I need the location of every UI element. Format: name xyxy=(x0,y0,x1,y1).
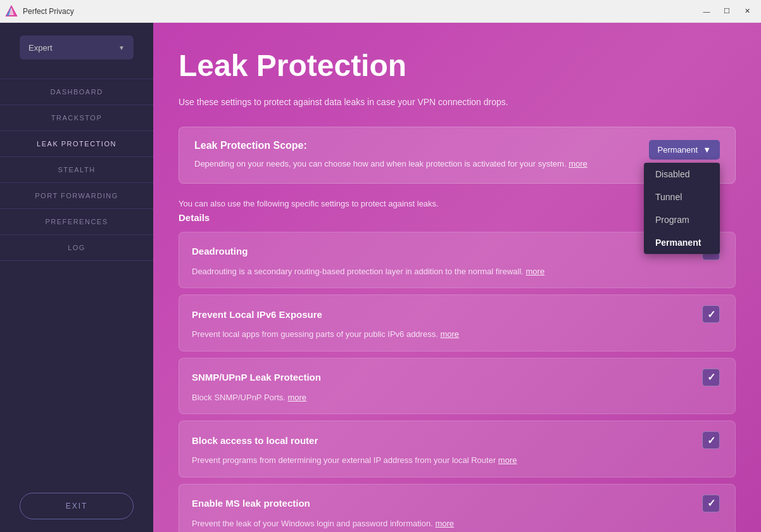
snmp-checkbox[interactable]: ✓ xyxy=(702,369,720,386)
feature-row: Enable MS leak protection ✓ xyxy=(192,495,720,512)
deadrouting-more-link[interactable]: more xyxy=(526,267,545,276)
feature-row: SNMP/UPnP Leak Protection ✓ xyxy=(192,369,720,386)
local-router-more-link[interactable]: more xyxy=(498,455,517,465)
profile-label: Expert xyxy=(28,43,53,53)
check-icon: ✓ xyxy=(707,308,715,320)
local-router-checkbox[interactable]: ✓ xyxy=(702,431,720,449)
chevron-down-icon: ▼ xyxy=(703,145,711,155)
ms-leak-checkbox[interactable]: ✓ xyxy=(702,495,720,512)
scope-more-link[interactable]: more xyxy=(569,159,588,168)
sidebar-item-dashboard[interactable]: DASHBOARD xyxy=(0,79,153,104)
page-subtitle: Use these settings to protect against da… xyxy=(179,96,736,109)
sidebar-nav: DASHBOARD TRACKSTOP LEAK PROTECTION STEA… xyxy=(0,79,153,474)
sidebar-item-stealth[interactable]: STEALTH xyxy=(0,156,153,182)
feature-desc-ipv6: Prevent local apps from guessing parts o… xyxy=(192,328,720,341)
titlebar-controls: — ☐ ✕ xyxy=(698,4,756,18)
feature-name-ms-leak: Enable MS leak protection xyxy=(192,498,310,509)
feature-desc-local-router: Prevent programs from determining your e… xyxy=(192,454,720,467)
main-content: Leak Protection Use these settings to pr… xyxy=(153,23,761,532)
sidebar-item-log[interactable]: LOG xyxy=(0,234,153,261)
chevron-down-icon: ▼ xyxy=(118,44,125,51)
feature-desc-ms-leak: Prevent the leak of your Windows login a… xyxy=(192,517,720,530)
feature-desc-deadrouting: Deadrouting is a secondary routing-based… xyxy=(192,265,720,278)
feature-card-local-router: Block access to local router ✓ Prevent p… xyxy=(179,421,736,478)
ms-leak-more-link[interactable]: more xyxy=(435,519,454,528)
scope-dropdown-selected: Permanent xyxy=(658,145,698,155)
feature-card-snmp: SNMP/UPnP Leak Protection ✓ Block SNMP/U… xyxy=(179,358,736,415)
feature-row: Block access to local router ✓ xyxy=(192,431,720,449)
feature-card-ipv6: Prevent Local IPv6 Exposure ✓ Prevent lo… xyxy=(179,294,736,352)
sidebar: Expert ▼ DASHBOARD TRACKSTOP LEAK PROTEC… xyxy=(0,23,153,532)
sidebar-item-leak-protection[interactable]: LEAK PROTECTION xyxy=(0,130,153,156)
dropdown-option-tunnel[interactable]: Tunnel xyxy=(644,186,720,208)
exit-button[interactable]: EXIT xyxy=(20,493,134,519)
sidebar-item-port-forwarding[interactable]: PORT FORWARDING xyxy=(0,182,153,208)
close-button[interactable]: ✕ xyxy=(738,4,756,18)
ipv6-more-link[interactable]: more xyxy=(440,329,459,339)
scope-dropdown-wrapper[interactable]: Permanent ▼ Disabled Tunnel Program Perm… xyxy=(649,140,720,160)
app-logo xyxy=(5,5,18,18)
dropdown-option-disabled[interactable]: Disabled xyxy=(644,163,720,186)
feature-desc-snmp: Block SNMP/UPnP Ports. more xyxy=(192,391,720,404)
check-icon: ✓ xyxy=(707,497,715,509)
minimize-button[interactable]: — xyxy=(698,4,715,18)
sidebar-item-preferences[interactable]: PREFERENCES xyxy=(0,208,153,234)
scope-card-header: Leak Protection Scope: Depending on your… xyxy=(194,140,720,170)
feature-name-deadrouting: Deadrouting xyxy=(192,246,248,256)
feature-card-ms-leak: Enable MS leak protection ✓ Prevent the … xyxy=(179,484,736,533)
titlebar: Perfect Privacy — ☐ ✕ xyxy=(0,0,761,23)
feature-name-local-router: Block access to local router xyxy=(192,435,318,446)
maximize-button[interactable]: ☐ xyxy=(718,4,736,18)
dropdown-option-permanent[interactable]: Permanent xyxy=(644,231,720,254)
profile-dropdown-button[interactable]: Expert ▼ xyxy=(20,35,134,60)
feature-name-ipv6: Prevent Local IPv6 Exposure xyxy=(192,309,322,320)
app-container: Expert ▼ DASHBOARD TRACKSTOP LEAK PROTEC… xyxy=(0,23,761,532)
scope-description: Depending on your needs, you can choose … xyxy=(194,158,636,170)
scope-dropdown-menu: Disabled Tunnel Program Permanent xyxy=(644,163,720,254)
check-icon: ✓ xyxy=(707,371,715,383)
app-title: Perfect Privacy xyxy=(23,7,74,16)
feature-row: Prevent Local IPv6 Exposure ✓ xyxy=(192,305,720,323)
sidebar-item-trackstop[interactable]: TRACKSTOP xyxy=(0,104,153,130)
feature-name-snmp: SNMP/UPnP Leak Protection xyxy=(192,372,321,383)
scope-card: Leak Protection Scope: Depending on your… xyxy=(179,127,736,184)
scope-dropdown-button[interactable]: Permanent ▼ xyxy=(649,140,720,160)
check-icon: ✓ xyxy=(707,434,715,446)
feature-row: Deadrouting ✓ xyxy=(192,243,720,260)
snmp-more-link[interactable]: more xyxy=(287,393,306,402)
titlebar-left: Perfect Privacy xyxy=(5,5,74,18)
page-title: Leak Protection xyxy=(179,48,736,83)
ipv6-checkbox[interactable]: ✓ xyxy=(702,305,720,323)
dropdown-option-program[interactable]: Program xyxy=(644,208,720,231)
scope-title: Leak Protection Scope: xyxy=(194,140,636,151)
scope-card-content: Leak Protection Scope: Depending on your… xyxy=(194,140,649,170)
